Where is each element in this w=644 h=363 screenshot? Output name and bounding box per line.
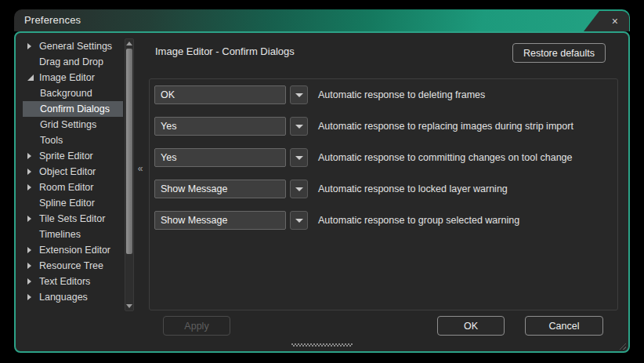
preferences-window: Preferences × General Settings Drag and … [14, 9, 630, 353]
sidebar-item-confirm-dialogs[interactable]: Confirm Dialogs [23, 101, 123, 117]
collapse-arrow-icon[interactable] [27, 74, 39, 82]
setting-row: OK Automatic response to deleting frames [154, 85, 485, 104]
sidebar-item-object-editor[interactable]: Object Editor [23, 164, 123, 180]
arrow-spacer [27, 199, 39, 207]
scroll-down-icon[interactable] [125, 302, 133, 310]
setting-row: Yes Automatic response to replacing imag… [154, 117, 573, 136]
sidebar-item-extension-editor[interactable]: Extension Editor [23, 242, 123, 258]
sidebar-item-sprite-editor[interactable]: Sprite Editor [23, 148, 123, 164]
chevron-down-icon[interactable] [290, 85, 308, 104]
resize-grip[interactable] [618, 342, 626, 350]
expand-arrow-icon[interactable] [27, 293, 39, 301]
cancel-button[interactable]: Cancel [525, 316, 603, 336]
arrow-spacer [27, 231, 39, 238]
committing-changes-combobox[interactable]: Yes [154, 148, 286, 167]
sidebar-item-resource-tree[interactable]: Resource Tree [23, 258, 123, 274]
sidebar-item-label: Background [40, 88, 92, 99]
setting-label: Automatic response to committing changes… [318, 152, 573, 163]
chevron-down-icon[interactable] [290, 148, 308, 167]
sidebar-collapse-chevron[interactable]: « [135, 162, 146, 176]
setting-label: Automatic response to replacing images d… [318, 121, 573, 132]
sidebar-item-label: Object Editor [39, 166, 96, 177]
sidebar-item-label: Sprite Editor [39, 151, 93, 162]
sidebar-item-label: Spline Editor [39, 198, 95, 209]
group-selected-combobox[interactable]: Show Message [154, 211, 286, 230]
close-button[interactable]: × [584, 11, 629, 31]
scrollbar-thumb[interactable] [126, 49, 132, 254]
title-bar[interactable]: Preferences × [14, 9, 630, 31]
expand-arrow-icon[interactable] [27, 215, 39, 223]
sidebar-item-label: Languages [39, 292, 88, 303]
sidebar-item-label: General Settings [39, 41, 112, 52]
replacing-images-combobox[interactable]: Yes [154, 117, 286, 136]
confirm-dialogs-group: OK Automatic response to deleting frames… [149, 78, 618, 310]
deleting-frames-combobox[interactable]: OK [154, 85, 286, 104]
expand-arrow-icon[interactable] [27, 246, 39, 254]
sidebar-item-image-editor[interactable]: Image Editor [23, 70, 123, 85]
dialog-content: General Settings Drag and Drop Image Edi… [14, 31, 630, 353]
window-title: Preferences [24, 9, 81, 31]
page-title: Image Editor - Confirm Dialogs [155, 45, 295, 57]
setting-label: Automatic response to deleting frames [318, 89, 485, 100]
chevron-down-icon[interactable] [290, 180, 308, 198]
apply-button[interactable]: Apply [163, 316, 230, 336]
setting-row: Show Message Automatic response to locke… [154, 180, 508, 198]
sidebar-item-label: Image Editor [39, 72, 95, 83]
sidebar-item-label: Text Editors [39, 276, 90, 287]
sidebar-item-tools[interactable]: Tools [23, 132, 123, 148]
sidebar-item-room-editor[interactable]: Room Editor [23, 180, 123, 195]
sidebar-item-label: Resource Tree [39, 260, 103, 271]
sidebar-item-label: Drag and Drop [39, 56, 103, 67]
setting-label: Automatic response to group selected war… [318, 215, 519, 226]
arrow-spacer [27, 58, 39, 66]
sidebar-item-general-settings[interactable]: General Settings [23, 38, 123, 54]
expand-arrow-icon[interactable] [27, 278, 39, 285]
expand-arrow-icon[interactable] [27, 42, 39, 50]
close-icon: × [612, 16, 618, 27]
sidebar-item-label: Tile Sets Editor [39, 213, 105, 224]
resize-handle-dots[interactable] [291, 343, 353, 347]
chevron-down-icon[interactable] [290, 211, 308, 230]
sidebar-item-text-editors[interactable]: Text Editors [23, 274, 123, 289]
ok-button[interactable]: OK [437, 316, 505, 336]
sidebar-item-tile-sets-editor[interactable]: Tile Sets Editor [23, 211, 123, 227]
expand-arrow-icon[interactable] [27, 168, 39, 176]
close-tab: × [584, 11, 629, 31]
expand-arrow-icon[interactable] [27, 183, 39, 191]
sidebar-item-background[interactable]: Background [23, 85, 123, 101]
restore-defaults-button[interactable]: Restore defaults [512, 43, 606, 63]
tree-scrollbar[interactable] [125, 38, 134, 311]
sidebar-item-grid-settings[interactable]: Grid Settings [23, 117, 123, 132]
sidebar-item-languages[interactable]: Languages [23, 289, 123, 305]
locked-layer-combobox[interactable]: Show Message [154, 180, 286, 198]
preferences-tree: General Settings Drag and Drop Image Edi… [23, 38, 123, 311]
sidebar-item-label: Confirm Dialogs [40, 103, 110, 114]
sidebar-item-timelines[interactable]: Timelines [23, 227, 123, 242]
expand-arrow-icon[interactable] [27, 262, 39, 270]
setting-row: Yes Automatic response to committing cha… [154, 148, 573, 167]
setting-row: Show Message Automatic response to group… [154, 211, 519, 230]
expand-arrow-icon[interactable] [27, 152, 39, 160]
sidebar-item-drag-and-drop[interactable]: Drag and Drop [23, 54, 123, 70]
scroll-up-icon[interactable] [125, 39, 133, 48]
sidebar-item-label: Room Editor [39, 182, 93, 193]
sidebar-item-label: Tools [40, 135, 63, 146]
setting-label: Automatic response to locked layer warni… [318, 183, 508, 194]
chevron-down-icon[interactable] [290, 117, 308, 136]
sidebar-item-label: Extension Editor [39, 245, 110, 256]
sidebar-item-label: Timelines [39, 229, 81, 240]
sidebar-item-label: Grid Settings [40, 119, 96, 130]
sidebar-item-spline-editor[interactable]: Spline Editor [23, 195, 123, 211]
